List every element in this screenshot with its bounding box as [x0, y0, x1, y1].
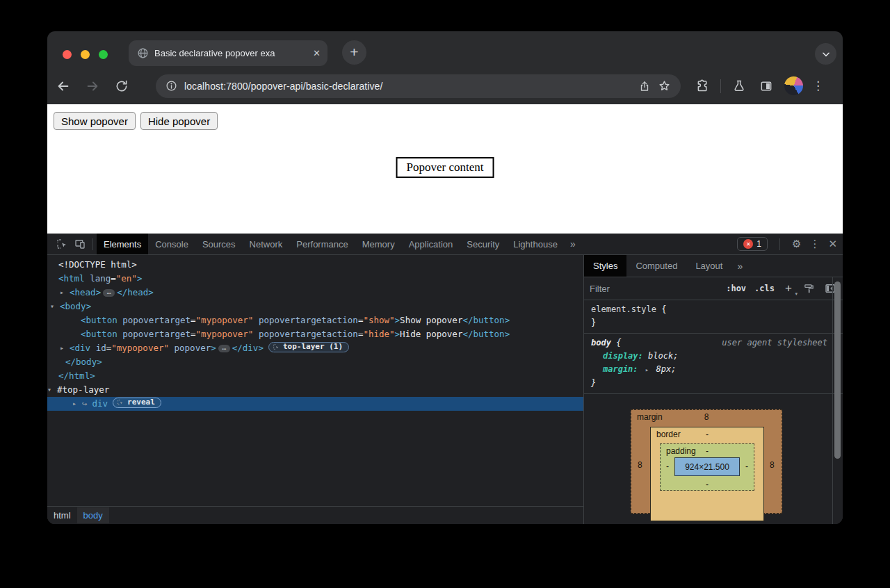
address-bar[interactable]: localhost:7800/popover-api/basic-declara… [156, 74, 681, 98]
code-val: "hide" [363, 329, 394, 339]
box-model-content[interactable]: 924×21.500 [674, 457, 740, 476]
code-attr: popovertargetaction [253, 315, 358, 325]
devtools-settings-icon[interactable]: ⚙ [792, 238, 801, 250]
browser-menu-icon[interactable]: ⋮ [812, 79, 824, 93]
devtools-tab-lighthouse[interactable]: Lighthouse [506, 234, 565, 254]
padding-bottom-value[interactable]: - [706, 480, 709, 489]
paint-roller-icon[interactable] [802, 283, 815, 295]
element-style-rule[interactable]: element.style { } [584, 300, 843, 334]
sidebar-tab-layout[interactable]: Layout [686, 255, 731, 277]
reload-button[interactable] [112, 76, 131, 96]
extensions-icon[interactable] [693, 79, 711, 93]
dom-tree-line[interactable]: <html lang="en"> [47, 272, 583, 286]
expand-ellipsis-button[interactable]: … [218, 345, 230, 352]
tab-search-button[interactable] [815, 43, 836, 65]
margin-left-value[interactable]: 8 [638, 460, 642, 470]
code-tag: > [395, 315, 400, 325]
css-declaration[interactable]: display: block; [591, 350, 836, 363]
more-tabs-button[interactable]: » [565, 238, 581, 250]
expand-arrow-icon[interactable]: ▸ [72, 397, 76, 411]
box-model-padding[interactable]: padding - - - - 924×21.500 [660, 443, 754, 491]
border-top-value[interactable]: - [706, 430, 709, 439]
selector: body [591, 338, 611, 348]
styles-sidebar: StylesComputedLayout» :hov .cls +▾ [584, 255, 843, 524]
toggle-class-button[interactable]: .cls [754, 284, 775, 293]
code-tag: </button> [462, 329, 510, 339]
sidebar-tab-styles[interactable]: Styles [584, 255, 626, 277]
css-declaration[interactable]: margin: ▸ 8px; [591, 363, 836, 377]
browser-tab[interactable]: Basic declarative popover exa ✕ [129, 40, 327, 66]
css-property: display: [603, 351, 643, 361]
adorner-badge-top-layer[interactable]: top-layer (1) [268, 342, 349, 352]
sidebar-more-tabs-button[interactable]: » [731, 261, 747, 272]
close-window-button[interactable] [63, 50, 72, 59]
fullscreen-window-button[interactable] [99, 50, 108, 59]
devtools-tab-console[interactable]: Console [148, 234, 195, 254]
test-flask-icon[interactable] [730, 79, 748, 93]
url-text[interactable]: localhost:7800/popover-api/basic-declara… [184, 81, 631, 92]
devtools-tab-elements[interactable]: Elements [97, 234, 148, 254]
hide-popover-button[interactable]: Hide popover [140, 112, 218, 130]
close-brace: } [591, 316, 836, 329]
styles-filter-input[interactable] [590, 284, 687, 294]
devtools-tab-network[interactable]: Network [243, 234, 290, 254]
margin-top-value[interactable]: 8 [704, 412, 709, 422]
dom-tree-line[interactable]: ▾#top-layer [47, 383, 583, 397]
site-info-icon[interactable] [165, 80, 177, 92]
toggle-hover-state-button[interactable]: :hov [726, 284, 746, 293]
breadcrumb-body[interactable]: body [77, 507, 109, 523]
inspect-element-icon[interactable] [53, 238, 71, 250]
padding-top-value[interactable]: - [706, 446, 709, 456]
dom-tree-line[interactable]: </body> [47, 355, 583, 369]
tab-close-icon[interactable]: ✕ [313, 48, 321, 58]
device-toolbar-icon[interactable] [71, 238, 89, 250]
adorner-badge-reveal[interactable]: reveal [113, 398, 161, 408]
collapse-arrow-icon[interactable]: ▾ [47, 383, 51, 397]
expand-arrow-icon[interactable]: ▸ [60, 341, 64, 355]
body-style-rule[interactable]: body { user agent stylesheet display: bl… [584, 334, 843, 394]
dom-tree-line[interactable]: ▸↪divreveal [47, 397, 583, 411]
new-tab-button[interactable]: + [342, 40, 366, 65]
devtools-menu-icon[interactable]: ⋮ [809, 238, 820, 250]
share-icon[interactable] [638, 80, 651, 92]
box-model-margin[interactable]: margin 8 8 8 - - border - padding [631, 409, 782, 514]
expand-ellipsis-button[interactable]: … [103, 289, 115, 297]
bookmark-star-icon[interactable] [658, 79, 671, 92]
dom-tree-line[interactable]: ▾<body> [47, 300, 583, 313]
dom-tree-line[interactable]: ▸<div id="mypopover" popover>…</div>top-… [47, 341, 583, 355]
margin-right-value[interactable]: 8 [770, 460, 775, 470]
collapse-arrow-icon[interactable]: ▾ [50, 300, 54, 313]
profile-avatar[interactable] [784, 76, 803, 95]
devtools-tab-performance[interactable]: Performance [289, 234, 355, 254]
sidebar-tab-computed[interactable]: Computed [626, 255, 686, 277]
dom-tree-line[interactable]: ▸<head>…</head> [47, 286, 583, 300]
padding-left-value[interactable]: - [666, 462, 669, 471]
side-panel-icon[interactable] [757, 79, 775, 93]
devtools-tab-application[interactable]: Application [402, 234, 460, 254]
desktop-background: Basic declarative popover exa ✕ + [0, 0, 890, 588]
back-button[interactable] [54, 76, 73, 96]
error-counter[interactable]: ✕ 1 [737, 237, 768, 251]
devtools-tab-sources[interactable]: Sources [195, 234, 243, 254]
expand-shorthand-icon[interactable]: ▸ [645, 366, 649, 373]
devtools-tab-security[interactable]: Security [460, 234, 506, 254]
dom-tree-line[interactable]: <button popovertarget="mypopover" popove… [47, 327, 583, 341]
dom-tree-line[interactable]: <button popovertarget="mypopover" popove… [47, 313, 583, 327]
padding-right-value[interactable]: - [745, 462, 748, 471]
open-brace: { [616, 338, 621, 348]
open-brace: { [661, 304, 666, 314]
forward-button[interactable] [83, 76, 102, 96]
minimize-window-button[interactable] [81, 50, 90, 59]
expand-arrow-icon[interactable]: ▸ [60, 286, 64, 300]
dom-tree-line[interactable]: </html> [47, 369, 583, 383]
new-style-rule-button[interactable]: +▾ [783, 281, 794, 295]
dom-tree-line[interactable]: <!DOCTYPE html> [47, 258, 583, 272]
breadcrumb-html[interactable]: html [47, 507, 77, 523]
devtools-close-icon[interactable]: ✕ [828, 238, 837, 250]
scrollbar-thumb[interactable] [834, 281, 841, 459]
devtools-tab-memory[interactable]: Memory [355, 234, 402, 254]
show-popover-button[interactable]: Show popover [54, 112, 136, 130]
box-model-border[interactable]: border - padding - - - - 924×21.500 [650, 427, 764, 521]
toolbar-actions: ⋮ [693, 76, 824, 95]
moved-element-arrow-icon: ↪ [82, 398, 88, 409]
